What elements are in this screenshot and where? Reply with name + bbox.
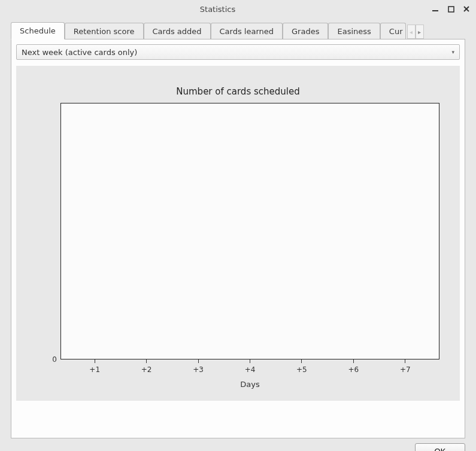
- tab-label: Grades: [292, 27, 319, 36]
- tab-retention-score[interactable]: Retention score: [65, 23, 144, 39]
- dialog-footer: OK: [0, 438, 476, 451]
- x-tick-label: +3: [193, 365, 204, 374]
- maximize-icon[interactable]: [446, 4, 456, 14]
- x-axis-label: Days: [60, 380, 439, 389]
- tab-label: Retention score: [74, 27, 135, 36]
- tab-scroll-right-icon[interactable]: ▸: [416, 25, 424, 39]
- chart-area: Number of cards scheduled 0: [16, 66, 460, 401]
- range-selector-value: Next week (active cards only): [22, 48, 137, 57]
- x-tick-label: +7: [400, 365, 411, 374]
- svg-rect-1: [448, 7, 454, 12]
- window-controls: [430, 4, 471, 14]
- tabbar: Schedule Retention score Cards added Car…: [11, 20, 465, 39]
- ok-button[interactable]: OK: [415, 443, 465, 451]
- x-tick-label: +6: [348, 365, 359, 374]
- tab-overflow[interactable]: Cur: [380, 23, 406, 39]
- tab-schedule[interactable]: Schedule: [11, 22, 65, 39]
- x-axis: +1 +2 +3 +4 +5 +6 +7: [60, 359, 439, 380]
- range-selector[interactable]: Next week (active cards only) ▾: [16, 44, 460, 60]
- close-icon[interactable]: [462, 4, 471, 14]
- tab-cards-added[interactable]: Cards added: [144, 23, 211, 39]
- y-axis: 0: [37, 103, 60, 359]
- tab-grades[interactable]: Grades: [283, 23, 328, 39]
- x-tick-label: +4: [245, 365, 256, 374]
- y-tick-label: 0: [52, 355, 57, 364]
- tab-panel: Next week (active cards only) ▾ Number o…: [11, 39, 465, 438]
- tab-scroll-left-icon[interactable]: ◂: [407, 25, 416, 39]
- window-title: Statistics: [5, 5, 430, 14]
- tab-cards-learned[interactable]: Cards learned: [211, 23, 283, 39]
- tab-label: Cur: [389, 27, 403, 36]
- tab-label: Easiness: [337, 27, 371, 36]
- tab-label: Schedule: [20, 26, 56, 35]
- titlebar: Statistics: [0, 0, 476, 18]
- minimize-icon[interactable]: [430, 4, 440, 14]
- tab-label: Cards learned: [220, 27, 274, 36]
- plot-area: [60, 103, 439, 359]
- x-tick-label: +2: [141, 365, 152, 374]
- x-tick-label: +1: [89, 365, 100, 374]
- chart-title: Number of cards scheduled: [37, 86, 439, 97]
- x-tick-label: +5: [296, 365, 307, 374]
- tab-easiness[interactable]: Easiness: [328, 23, 380, 39]
- tab-scroll-controls: ◂ ▸: [407, 25, 424, 39]
- tab-label: Cards added: [153, 27, 202, 36]
- chevron-down-icon: ▾: [451, 49, 454, 55]
